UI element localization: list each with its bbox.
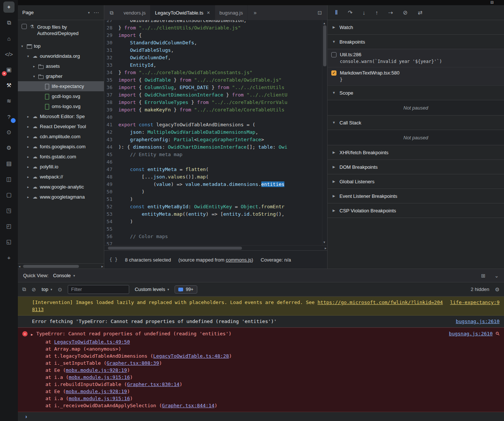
network-icon[interactable]: ≋	[3, 95, 15, 107]
line-number[interactable]: 52	[104, 203, 118, 210]
tree-item-polyfill-io[interactable]: ▸☁polyfill.io	[18, 162, 104, 172]
scroll-thumb[interactable]	[108, 247, 242, 250]
step-icon[interactable]: ⇢	[388, 9, 393, 16]
breakpoint-item[interactable]: Util.ts:286console.warn(`Invalid year '$…	[328, 49, 504, 67]
editor-vscrollbar[interactable]: ▴ ▾	[322, 20, 327, 245]
tree-item-ourworldindata-org[interactable]: ▾☁ourworldindata.org	[18, 51, 104, 61]
stack-frame-link[interactable]: mobx.module.js:915:16	[69, 396, 130, 401]
breakpoint-checkbox[interactable]	[331, 52, 336, 57]
step-over-icon[interactable]: ↷	[348, 9, 353, 16]
stack-frame-link[interactable]: LegacyToOwidTable.ts:49:50	[54, 339, 130, 345]
line-number[interactable]: 57	[104, 240, 118, 245]
package-icon[interactable]: ◳	[3, 205, 15, 216]
more-options-icon[interactable]: ⋯	[93, 9, 99, 16]
settings-gear-icon[interactable]: ⚙	[3, 142, 15, 153]
log-levels-dropdown[interactable]: Custom levels ▾	[135, 287, 169, 292]
layers-icon[interactable]: ▤	[3, 158, 15, 169]
warning-source-link[interactable]: life-expectancy:9	[450, 299, 500, 306]
tree-item-oms-logo-svg[interactable]: oms-logo.svg	[18, 101, 104, 111]
live-expression-eye-icon[interactable]: ⊙	[58, 287, 62, 292]
elements-icon[interactable]: </>	[3, 48, 15, 60]
commons-js-link[interactable]: commons.js	[226, 257, 251, 263]
line-number[interactable]: 30	[104, 39, 118, 47]
line-number[interactable]: 54	[104, 218, 118, 225]
line-number[interactable]: 36	[104, 84, 118, 91]
tree-item-fonts-googleapis-com[interactable]: ▸☁fonts.googleapis.com	[18, 142, 104, 152]
section-global-listeners[interactable]: ▶Global Listeners	[328, 174, 504, 189]
context-selector[interactable]: top ▾	[42, 287, 52, 292]
tree-item-react-developer-tool[interactable]: ▸☁React Developer Tool	[18, 121, 104, 132]
breakpoint-checkbox[interactable]: ✓	[331, 70, 336, 76]
console-sidebar-icon[interactable]: ⧉	[22, 286, 26, 292]
stack-frame-link[interactable]: Grapher.tsx:844:14	[162, 403, 214, 408]
magnifier-icon[interactable]: ⚲	[494, 330, 501, 337]
pretty-print-icon[interactable]: { }	[109, 257, 118, 262]
stack-frame-link[interactable]: mobx.module.js:928:19	[66, 367, 127, 373]
section-dom-breakpoints[interactable]: ▶DOM Breakpoints	[328, 160, 504, 174]
code-editor[interactable]: 27 OwidVariableTableWithSourceAndDimensi…	[104, 20, 327, 245]
section-xhr-fetch-breakpoints[interactable]: ▶XHR/fetch Breakpoints	[328, 145, 504, 160]
tab-legacytoowidtable-ts[interactable]: LegacyToOwidTable.ts✕	[150, 5, 215, 20]
extension-b-icon[interactable]: ◱	[3, 236, 15, 247]
breakpoint-item[interactable]: ✓MarkdownTextWrap.tsx:580}	[328, 67, 504, 86]
tree-item-life-expectancy[interactable]: life-expectancy	[18, 81, 104, 91]
expand-triangle-icon[interactable]: ▶	[31, 331, 33, 338]
line-number[interactable]: 43	[104, 136, 118, 143]
inspect-element-icon[interactable]: ⌖	[3, 1, 15, 13]
line-number[interactable]: 50	[104, 188, 118, 196]
open-editor-panel-icon[interactable]: ⊡	[312, 5, 327, 20]
deactivate-breakpoints-icon[interactable]: ⊘	[403, 9, 408, 16]
navigator-hscrollbar[interactable]: ◂ ▸	[18, 263, 104, 269]
line-number[interactable]: 28	[104, 24, 118, 32]
line-number[interactable]: 35	[104, 76, 118, 84]
scroll-right-icon[interactable]: ▸	[325, 246, 326, 251]
stack-frame-link[interactable]: Grapher.tsx:830:14	[127, 382, 179, 387]
collapse-drawer-icon[interactable]: ⌄	[494, 273, 499, 279]
section-scope[interactable]: ▼Scope	[328, 86, 504, 100]
editor-hscrollbar[interactable]: ▸	[104, 245, 327, 250]
step-out-icon[interactable]: ↑	[375, 9, 378, 16]
log-source-link[interactable]: bugsnag.js:2610	[456, 318, 500, 325]
line-number[interactable]: 44	[104, 143, 118, 151]
tree-item-www-googletagmana[interactable]: ▸☁www.googletagmana	[18, 192, 104, 202]
tree-item-cdn-amplitude-com[interactable]: ▸☁cdn.amplitude.com	[18, 132, 104, 142]
line-number[interactable]: 38	[104, 99, 118, 106]
tree-item-microsoft-editor-spe[interactable]: ▸☁Microsoft Editor: Spe	[18, 111, 104, 121]
scroll-thumb[interactable]	[23, 265, 79, 268]
application-icon[interactable]: ◫	[3, 174, 15, 185]
line-number[interactable]: 48	[104, 173, 118, 181]
line-number[interactable]: 46	[104, 158, 118, 166]
console-settings-icon[interactable]: ⚙	[495, 287, 500, 292]
sources-box-icon[interactable]: ▢	[3, 189, 15, 200]
line-number[interactable]: 32	[104, 54, 118, 61]
line-number[interactable]: 34	[104, 69, 118, 76]
quick-view-dropdown[interactable]: Console ▾	[53, 273, 75, 278]
scroll-right-icon[interactable]: ▸	[101, 264, 103, 269]
filter-input[interactable]	[68, 285, 129, 294]
line-number[interactable]: 40	[104, 114, 118, 121]
section-breakpoints[interactable]: ▼Breakpoints	[328, 35, 504, 49]
step-into-icon[interactable]: ↓	[363, 9, 366, 16]
page-dropdown[interactable]: Page ▾	[22, 10, 90, 15]
stack-frame-link[interactable]: mobx.module.js:928:19	[66, 389, 127, 394]
line-number[interactable]: 49	[104, 181, 118, 188]
stack-frame-link[interactable]: Grapher.tsx:808:39	[106, 360, 159, 366]
line-number[interactable]: 39	[104, 106, 118, 114]
group-files-checkbox[interactable]	[22, 24, 27, 29]
stack-frame-link[interactable]: LegacyToOwidTable.ts:48:28	[153, 353, 229, 359]
performance-icon[interactable]: ⊙	[3, 127, 15, 138]
tab-vendors-js[interactable]: vendors.js	[119, 5, 150, 20]
tree-item-www-google-analytic[interactable]: ▸☁www.google-analytic	[18, 182, 104, 192]
error-source-link[interactable]: bugsnag.js:2610	[449, 330, 492, 337]
section-event-listener-breakpoints[interactable]: ▶Event Listener Breakpoints	[328, 189, 504, 203]
close-tab-icon[interactable]: ✕	[207, 10, 210, 15]
welcome-home-icon[interactable]: ⌂	[3, 33, 15, 44]
tree-item-assets[interactable]: ▸assets	[18, 61, 104, 71]
dock-window-icon[interactable]: ⊟	[491, 1, 494, 4]
more-tools-add-icon[interactable]: +	[3, 252, 15, 263]
line-number[interactable]: 53	[104, 210, 118, 218]
section-call-stack[interactable]: ▼Call Stack	[328, 115, 504, 130]
tree-item-grapher[interactable]: ▾grapher	[18, 71, 104, 81]
line-number[interactable]: 29	[104, 32, 118, 39]
line-number[interactable]: 31	[104, 47, 118, 54]
